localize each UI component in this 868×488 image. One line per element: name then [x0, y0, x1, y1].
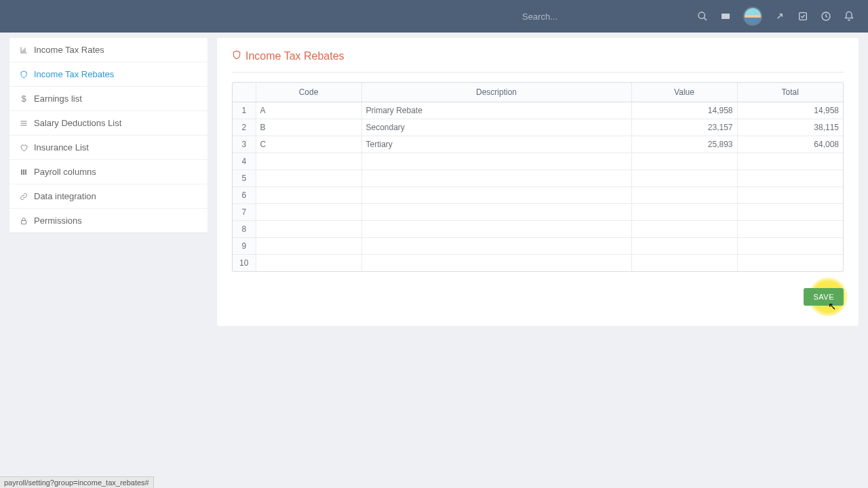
- cell-code[interactable]: [256, 204, 361, 221]
- table-row[interactable]: 2BSecondary23,15738,115: [233, 119, 843, 136]
- cell-description[interactable]: [361, 221, 631, 238]
- cell-rownum: 3: [233, 136, 256, 153]
- columns-icon: [19, 168, 28, 176]
- share-icon[interactable]: [774, 11, 785, 22]
- clock-icon[interactable]: [821, 11, 831, 22]
- cell-code[interactable]: [256, 153, 361, 170]
- list-icon: [19, 119, 28, 127]
- cell-description[interactable]: [361, 170, 631, 187]
- sidebar-item-income-tax-rebates[interactable]: Income Tax Rebates: [9, 62, 208, 87]
- svg-rect-9: [23, 169, 24, 175]
- cell-total[interactable]: [737, 238, 843, 255]
- cell-total[interactable]: 64,008: [737, 136, 843, 153]
- sidebar-item-income-tax-rates[interactable]: Income Tax Rates: [9, 38, 208, 62]
- cell-value[interactable]: [631, 221, 737, 238]
- col-header-code: Code: [256, 83, 361, 102]
- table-row[interactable]: 6: [233, 187, 843, 204]
- cell-value[interactable]: [631, 255, 737, 272]
- cell-description[interactable]: [361, 153, 631, 170]
- search-input[interactable]: [522, 12, 658, 22]
- table-row[interactable]: 9: [233, 238, 843, 255]
- cell-description[interactable]: [361, 187, 631, 204]
- rebates-grid[interactable]: Code Description Value Total 1APrimary R…: [232, 82, 844, 272]
- main-panel: Income Tax Rebates Code Description Valu…: [217, 38, 859, 326]
- cell-code[interactable]: [256, 187, 361, 204]
- cell-code[interactable]: B: [256, 119, 361, 136]
- table-row[interactable]: 1APrimary Rebate14,95814,958: [233, 102, 843, 119]
- dollar-icon: $: [19, 94, 28, 104]
- cell-code[interactable]: [256, 170, 361, 187]
- cell-rownum: 2: [233, 119, 256, 136]
- svg-point-0: [698, 12, 705, 18]
- cell-value[interactable]: 25,893: [631, 136, 737, 153]
- cell-value[interactable]: [631, 170, 737, 187]
- cell-value[interactable]: [631, 204, 737, 221]
- cell-value[interactable]: [631, 153, 737, 170]
- cell-value[interactable]: [631, 187, 737, 204]
- cell-total[interactable]: [737, 221, 843, 238]
- table-row[interactable]: 8: [233, 221, 843, 238]
- cell-total[interactable]: [737, 170, 843, 187]
- cell-rownum: 1: [233, 102, 256, 119]
- table-row[interactable]: 7: [233, 204, 843, 221]
- svg-rect-10: [25, 169, 26, 175]
- sidebar-item-data-integration[interactable]: Data integration: [9, 184, 208, 209]
- card-icon[interactable]: [720, 11, 731, 22]
- sidebar-item-payroll-columns[interactable]: Payroll columns: [9, 160, 208, 184]
- cell-value[interactable]: 14,958: [631, 102, 737, 119]
- cell-rownum: 10: [233, 255, 256, 272]
- svg-rect-5: [21, 121, 27, 121]
- cell-description[interactable]: Primary Rebate: [361, 102, 631, 119]
- table-row[interactable]: 10: [233, 255, 843, 272]
- chart-icon: [19, 46, 28, 54]
- lock-icon: [19, 217, 28, 225]
- svg-rect-2: [722, 14, 730, 19]
- sidebar-item-salary-deductions[interactable]: Salary Deductions List: [9, 111, 208, 136]
- sidebar-item-label: Insurance List: [34, 142, 89, 152]
- sidebar-item-label: Income Tax Rates: [34, 45, 104, 55]
- cell-description[interactable]: Secondary: [361, 119, 631, 136]
- cell-rownum: 6: [233, 187, 256, 204]
- svg-rect-7: [21, 125, 27, 125]
- cell-total[interactable]: [737, 153, 843, 170]
- cell-description[interactable]: [361, 204, 631, 221]
- cell-code[interactable]: [256, 238, 361, 255]
- cell-total[interactable]: 14,958: [737, 102, 843, 119]
- cell-rownum: 5: [233, 170, 256, 187]
- cell-rownum: 7: [233, 204, 256, 221]
- check-icon[interactable]: [797, 11, 808, 22]
- table-row[interactable]: 5: [233, 170, 843, 187]
- table-row[interactable]: 3CTertiary25,89364,008: [233, 136, 843, 153]
- cell-rownum: 9: [233, 238, 256, 255]
- cell-code[interactable]: A: [256, 102, 361, 119]
- cell-total[interactable]: 38,115: [737, 119, 843, 136]
- cell-code[interactable]: [256, 221, 361, 238]
- cell-total[interactable]: [737, 204, 843, 221]
- table-row[interactable]: 4: [233, 153, 843, 170]
- cell-rownum: 4: [233, 153, 256, 170]
- sidebar-item-label: Permissions: [34, 216, 82, 226]
- sidebar-item-label: Salary Deductions List: [34, 118, 121, 128]
- save-button[interactable]: SAVE: [804, 288, 844, 306]
- col-header-total: Total: [737, 83, 843, 102]
- cell-total[interactable]: [737, 187, 843, 204]
- avatar[interactable]: [743, 7, 762, 26]
- sidebar-item-insurance-list[interactable]: Insurance List: [9, 136, 208, 160]
- cell-description[interactable]: [361, 255, 631, 272]
- cell-code[interactable]: C: [256, 136, 361, 153]
- cell-description[interactable]: Tertiary: [361, 136, 631, 153]
- cell-value[interactable]: [631, 238, 737, 255]
- sidebar-item-earnings-list[interactable]: $ Earnings list: [9, 87, 208, 111]
- svg-line-1: [704, 18, 707, 20]
- bell-icon[interactable]: [844, 11, 854, 22]
- cell-description[interactable]: [361, 238, 631, 255]
- cell-code[interactable]: [256, 255, 361, 272]
- search-wrap: [522, 12, 658, 22]
- cell-value[interactable]: 23,157: [631, 119, 737, 136]
- search-icon[interactable]: [697, 11, 708, 22]
- svg-rect-6: [21, 123, 27, 123]
- sidebar-item-permissions[interactable]: Permissions: [9, 209, 208, 232]
- col-header-description: Description: [361, 83, 631, 102]
- cell-total[interactable]: [737, 255, 843, 272]
- shield-icon: [232, 50, 241, 62]
